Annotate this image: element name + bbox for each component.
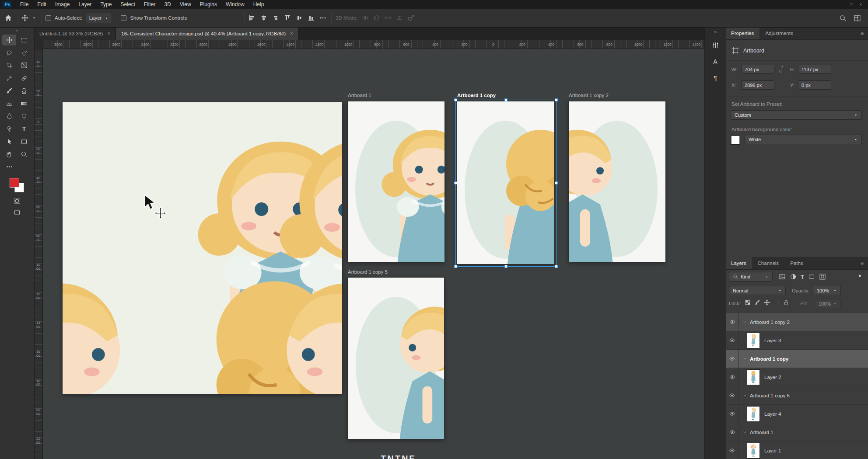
- artboard-label-artboard-1-copy-2[interactable]: Artboard 1 copy 2: [569, 93, 609, 98]
- layer-row-layer-1[interactable]: Layer 1: [725, 442, 868, 459]
- layer-name[interactable]: Layer 2: [764, 375, 781, 380]
- photoshop-logo[interactable]: Ps: [3, 1, 12, 8]
- brush-settings-panel-button[interactable]: [708, 38, 722, 52]
- blend-mode-select[interactable]: Normal: [729, 286, 786, 295]
- filter-smart-objects-icon[interactable]: [819, 273, 826, 280]
- menu-item[interactable]: Select: [116, 0, 139, 8]
- show-transform-checkbox[interactable]: [121, 15, 126, 21]
- selection-handle[interactable]: [504, 98, 508, 101]
- toolbar-collapse-icon[interactable]: «: [0, 27, 34, 35]
- blur-tool[interactable]: [2, 111, 16, 122]
- home-icon[interactable]: [4, 14, 12, 22]
- panel-menu-icon[interactable]: ≡: [861, 257, 868, 269]
- group-chevron-icon[interactable]: [742, 320, 747, 324]
- layer-visibility-eye-icon[interactable]: [729, 447, 735, 454]
- align-center-horizontal-icon[interactable]: [260, 14, 267, 21]
- layer-name[interactable]: Artboard 1: [750, 430, 774, 435]
- layer-name[interactable]: Artboard 1 copy: [750, 356, 788, 362]
- expand-panels-icon[interactable]: «: [714, 27, 717, 38]
- align-left-icon[interactable]: [248, 14, 256, 21]
- selection-handle[interactable]: [504, 265, 508, 268]
- layer-visibility-eye-icon[interactable]: [729, 337, 735, 344]
- selection-handle[interactable]: [555, 98, 558, 101]
- more-align-options-icon[interactable]: [319, 14, 326, 21]
- layer-thumbnail[interactable]: [747, 443, 760, 459]
- canvas-area[interactable]: 3000280026002400220020001800160014001200…: [34, 40, 704, 459]
- menu-item[interactable]: 3D: [160, 0, 175, 8]
- artboard-1-copy-2[interactable]: [569, 101, 665, 262]
- layer-visibility-eye-icon[interactable]: [729, 319, 735, 325]
- layer-visibility-eye-icon[interactable]: [729, 374, 735, 380]
- group-chevron-icon[interactable]: [742, 393, 747, 398]
- window-maximize-icon[interactable]: □: [850, 2, 853, 7]
- layer-name[interactable]: Layer 1: [764, 448, 781, 453]
- menu-item[interactable]: Help: [249, 0, 269, 8]
- layer-visibility-eye-icon[interactable]: [729, 355, 735, 362]
- menu-item[interactable]: File: [16, 0, 33, 8]
- tab-paths[interactable]: Paths: [784, 257, 808, 269]
- layer-name[interactable]: Layer 3: [764, 338, 781, 343]
- artboard-1-copy[interactable]: [457, 101, 554, 264]
- close-tab-icon[interactable]: ×: [290, 31, 293, 37]
- search-icon[interactable]: [839, 14, 847, 22]
- layer-name[interactable]: Artboard 1 copy 5: [750, 393, 790, 398]
- close-tab-icon[interactable]: ×: [107, 31, 110, 37]
- move-tool[interactable]: [2, 35, 16, 45]
- lock-artboard-icon[interactable]: [774, 299, 780, 306]
- foreground-color-swatch[interactable]: [10, 178, 19, 188]
- align-right-icon[interactable]: [272, 14, 279, 21]
- hand-tool[interactable]: [2, 149, 16, 160]
- pen-tool[interactable]: [2, 123, 16, 134]
- menu-item[interactable]: Type: [96, 0, 116, 8]
- artboard-label-artboard-1[interactable]: Artboard 1: [348, 93, 371, 98]
- x-input[interactable]: 2896 px: [741, 80, 774, 90]
- tab-adjustments[interactable]: Adjustments: [760, 27, 798, 39]
- menu-item[interactable]: Edit: [33, 0, 51, 8]
- layer-row-layer-4[interactable]: Layer 4: [725, 405, 868, 423]
- lock-position-icon[interactable]: [764, 299, 770, 306]
- panel-menu-icon[interactable]: ≡: [861, 27, 868, 39]
- layer-row-artboard-1-copy-2[interactable]: Artboard 1 copy 2: [725, 313, 868, 331]
- artboard-background-select[interactable]: White: [745, 135, 862, 144]
- workspace-switcher-icon[interactable]: [854, 14, 861, 22]
- layer-row-layer-2[interactable]: Layer 2: [725, 368, 868, 386]
- layer-thumbnail[interactable]: [747, 369, 760, 385]
- layer-row-artboard-1-copy-5[interactable]: Artboard 1 copy 5: [725, 386, 868, 405]
- caret-down-icon[interactable]: [32, 16, 36, 20]
- group-chevron-icon[interactable]: [742, 430, 747, 435]
- auto-select-checkbox[interactable]: [46, 15, 51, 21]
- layer-visibility-eye-icon[interactable]: [729, 429, 735, 435]
- window-close-icon[interactable]: ×: [859, 2, 862, 7]
- layer-filter-toggle[interactable]: ●: [858, 273, 861, 278]
- selection-handle[interactable]: [555, 265, 558, 268]
- tab-channels[interactable]: Channels: [752, 257, 785, 269]
- paragraph-panel-button[interactable]: ¶: [708, 72, 722, 85]
- align-middle-vertical-icon[interactable]: [296, 14, 303, 21]
- layer-filter-kind-select[interactable]: Kind: [729, 272, 773, 282]
- screen-mode-icon[interactable]: [14, 209, 21, 216]
- auto-select-dropdown[interactable]: Layer: [86, 13, 112, 23]
- artboard-label-artboard-1-copy[interactable]: Artboard 1 copy: [457, 93, 496, 98]
- dodge-tool[interactable]: [17, 111, 31, 122]
- tab-properties[interactable]: Properties: [725, 27, 760, 39]
- selection-handle[interactable]: [454, 181, 457, 184]
- vertical-ruler[interactable]: 4002000200400600800100012001400160018002…: [34, 49, 43, 459]
- window-minimize-icon[interactable]: —: [840, 2, 844, 7]
- filter-shape-layers-icon[interactable]: [808, 273, 815, 280]
- eyedropper-tool[interactable]: [2, 73, 16, 83]
- layer-visibility-eye-icon[interactable]: [729, 410, 735, 417]
- tab-layers[interactable]: Layers: [725, 257, 752, 269]
- marquee-tool[interactable]: [17, 35, 31, 45]
- opacity-input[interactable]: 100%: [813, 286, 841, 295]
- selection-handle[interactable]: [454, 98, 457, 101]
- menu-item[interactable]: Filter: [140, 0, 160, 8]
- document-tab-character-design[interactable]: 16- Consistent Character design.psd @ 40…: [116, 27, 299, 40]
- gradient-tool[interactable]: [17, 98, 31, 109]
- artboard-background-swatch[interactable]: [731, 135, 740, 145]
- healing-brush-tool[interactable]: [17, 73, 31, 83]
- y-input[interactable]: 0 px: [798, 80, 831, 90]
- menu-item[interactable]: Window: [221, 0, 249, 8]
- filter-adjustment-layers-icon[interactable]: [790, 273, 797, 280]
- layer-thumbnail[interactable]: [747, 333, 760, 348]
- document-tab-untitled[interactable]: Untitled-1 @ 33.3% (RGB/8) ×: [34, 27, 116, 40]
